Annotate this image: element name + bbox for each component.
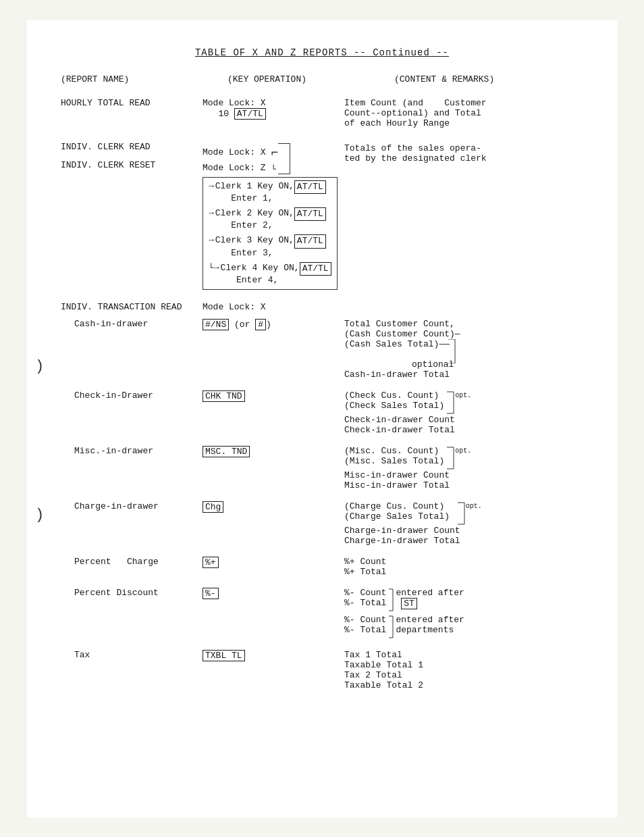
entry-tax: Tax TXBL TL Tax 1 Total Taxable Total 1 … <box>61 650 583 690</box>
content-percent-discount: %- Count %- Total entered after ST <box>344 588 533 639</box>
hash-key: # <box>255 319 266 330</box>
bracket-svg-discount2 <box>387 615 394 639</box>
ns-key: #/NS <box>203 319 229 330</box>
entry-hourly-total-read: HOURLY TOTAL READ Mode Lock: X 10 AT/TL … <box>61 98 583 128</box>
entry-percent-charge: Percent Charge %+ %+ Count %+ Total <box>61 557 583 577</box>
entry-check-in-drawer: Check-in-Drawer CHK TND (Check Cus. Coun… <box>61 390 583 435</box>
content-charge: (Charge Cus. Count) (Charge Sales Total)… <box>344 501 533 546</box>
chg-key: Chg <box>203 501 223 513</box>
col-header-name: (REPORT NAME) <box>61 74 196 84</box>
content-cash: Total Customer Count, (Cash Customer Cou… <box>344 319 533 380</box>
key-op-transaction: Mode Lock: X <box>196 302 344 312</box>
entry-charge-in-drawer: Charge-in-drawer Chg (Charge Cus. Count)… <box>61 501 583 546</box>
report-name-misc: Misc.-in-drawer <box>61 446 196 456</box>
report-name-percent-discount: Percent Discount <box>61 588 196 598</box>
entry-indiv-clerk: INDIV. CLERK READ INDIV. CLERK RESET Mod… <box>61 142 583 290</box>
key-op-tax: TXBL TL <box>196 650 344 661</box>
key-op-clerk: Mode Lock: X ⌐ Mode Lock: Z └ →Clerk 1 K… <box>196 142 344 290</box>
entry-indiv-transaction: INDIV. TRANSACTION READ Mode Lock: X <box>61 302 583 312</box>
entry-misc-in-drawer: Misc.-in-drawer MSC. TND (Misc. Cus. Cou… <box>61 446 583 490</box>
bracket-svg-cash <box>447 339 456 363</box>
column-headers: (REPORT NAME) (KEY OPERATION) (CONTENT &… <box>61 74 583 84</box>
report-name-tax: Tax <box>61 650 196 660</box>
key-op-percent-charge: %+ <box>196 557 344 568</box>
percent-plus-key: %+ <box>203 557 219 568</box>
left-bracket-1: ) <box>35 358 44 375</box>
report-name-percent-charge: Percent Charge <box>61 557 196 567</box>
clerk-4-entry: └→Clerk 4 Key ON, Enter 4, AT/TL <box>209 262 331 286</box>
at-tl-key: AT/TL <box>234 108 266 120</box>
clerk-3-entry: →Clerk 3 Key ON, Enter 3, AT/TL <box>209 234 331 259</box>
txbl-tl-key: TXBL TL <box>203 650 245 661</box>
content-check: (Check Cus. Count) (Check Sales Total) o… <box>344 390 533 435</box>
key-op-hourly: Mode Lock: X 10 AT/TL <box>196 98 344 120</box>
bracket-svg-discount1 <box>387 588 394 612</box>
key-op-check: CHK TND <box>196 390 344 402</box>
entry-percent-discount: Percent Discount %- %- Count %- Total <box>61 588 583 639</box>
content-tax: Tax 1 Total Taxable Total 1 Tax 2 Total … <box>344 650 533 690</box>
chk-tnd-key: CHK TND <box>203 390 245 402</box>
bracket-svg-misc <box>446 446 455 470</box>
report-name-cash: Cash-in-drawer <box>61 319 196 329</box>
content-misc: (Misc. Cus. Count) (Misc. Sales Total) o… <box>344 446 533 490</box>
page-title: TABLE OF X AND Z REPORTS -- Continued -- <box>61 47 583 58</box>
key-op-misc: MSC. TND <box>196 446 344 457</box>
bracket-svg-check <box>446 390 455 415</box>
content-clerk: Totals of the sales opera- ted by the de… <box>344 142 533 290</box>
col-header-key: (KEY OPERATION) <box>221 74 369 84</box>
report-name-charge: Charge-in-drawer <box>61 501 196 511</box>
page: TABLE OF X AND Z REPORTS -- Continued --… <box>27 20 617 817</box>
percent-minus-key: %- <box>203 588 219 599</box>
left-bracket-2: ) <box>35 507 44 524</box>
col-header-content: (CONTENT & REMARKS) <box>394 74 583 84</box>
report-name-transaction: INDIV. TRANSACTION READ <box>61 302 196 312</box>
key-op-charge: Chg <box>196 501 344 513</box>
clerk-1-entry: →Clerk 1 Key ON, Enter 1, AT/TL <box>209 180 331 205</box>
content-percent-charge: %+ Count %+ Total <box>344 557 533 577</box>
key-op-percent-discount: %- <box>196 588 344 599</box>
msc-tnd-key: MSC. TND <box>203 446 250 457</box>
content-hourly: Item Count (and Customer Count--optional… <box>344 98 533 128</box>
entry-cash-in-drawer: Cash-in-drawer #/NS (or #) Total Custome… <box>61 319 583 380</box>
report-name-hourly: HOURLY TOTAL READ <box>61 98 196 108</box>
bracket-svg-charge <box>456 501 466 526</box>
report-name-check: Check-in-Drawer <box>61 390 196 401</box>
key-op-cash: #/NS (or #) <box>196 319 344 330</box>
report-name-clerk: INDIV. CLERK READ INDIV. CLERK RESET <box>61 142 196 290</box>
clerk-2-entry: →Clerk 2 Key ON, Enter 2, AT/TL <box>209 207 331 232</box>
st-key: ST <box>401 598 417 609</box>
